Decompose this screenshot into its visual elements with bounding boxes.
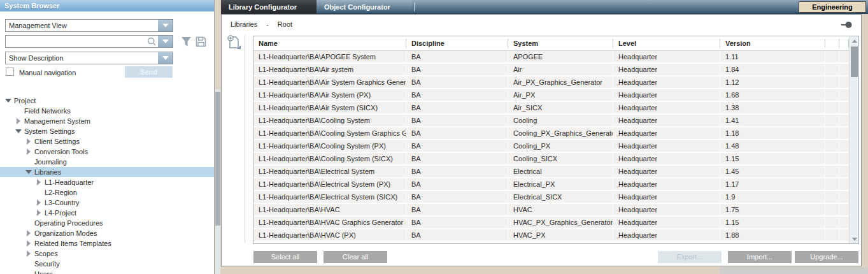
cell-extra2 [839,64,849,75]
search-box[interactable] [5,35,173,48]
expand-icon[interactable] [25,230,32,236]
tab-object-configurator[interactable]: Object Configurator [317,0,412,14]
expand-icon[interactable] [25,138,32,145]
table-row[interactable]: L1-Headquarter\BA\Air System (PX)BAAir_P… [253,89,849,102]
tree-item-field-networks[interactable]: Field Networks [0,106,214,116]
table-row[interactable]: L1-Headquarter\BA\Electrical SystemBAEle… [253,166,849,178]
table-row[interactable]: L1-Headquarter\BA\Electrical System (SIC… [253,191,849,204]
cell-extra2 [839,76,849,88]
chevron-down-icon[interactable] [158,36,173,47]
tree-scrollbar-thumb[interactable] [215,92,220,226]
table-row[interactable]: L1-Headquarter\BA\APOGEE SystemBAAPOGEEH… [253,51,849,64]
filter-icon[interactable] [181,36,192,47]
cell-discipline: BA [406,153,508,164]
table-row[interactable]: L1-Headquarter\BA\HVAC Graphics Generato… [253,217,849,229]
engineering-button[interactable]: Engineering [799,1,866,13]
tree-item-l2-region[interactable]: L2-Region [0,187,214,198]
tree-item-label: Libraries [34,168,61,176]
tree-item-l1-headquarter[interactable]: L1-Headquarter [0,177,214,187]
tree-scrollbar[interactable] [215,89,220,274]
tree-item-conversion-tools[interactable]: Conversion Tools [0,147,214,157]
tab-library-configurator[interactable]: Library Configurator [221,0,317,14]
tree-item-label: Operating Procedures [34,219,103,227]
search-icon[interactable] [146,36,157,47]
table-row[interactable]: L1-Headquarter\BA\HVAC (PX)BAHVAC_PXHead… [253,229,849,242]
table-scrollbar[interactable] [849,36,858,243]
table-row[interactable]: L1-Headquarter\BA\Cooling System (SICX)B… [253,153,849,166]
table-row[interactable]: L1-Headquarter\BA\Air systemBAAirHeadqua… [253,64,849,76]
cell-extra [825,153,839,164]
clear-all-button[interactable]: Clear all [324,251,387,263]
tree-item-users[interactable]: Users [0,269,214,274]
scroll-down-icon[interactable] [850,234,859,243]
import-button[interactable]: Import... [728,251,792,263]
scroll-up-icon[interactable] [850,36,859,45]
manual-navigation-checkbox[interactable] [6,68,14,76]
tree-item-related-items-templates[interactable]: Related Items Templates [0,238,214,249]
table-row[interactable]: L1-Headquarter\BA\Cooling SystemBACoolin… [253,115,849,127]
column-header-level[interactable]: Level [613,36,720,50]
upgrade-button[interactable]: Upgrade... [795,251,858,263]
tree-item-operating-procedures[interactable]: Operating Procedures [0,218,214,228]
cell-level: Headquarter [613,140,720,152]
table-row[interactable]: L1-Headquarter\BA\Electrical System (PX)… [253,178,849,191]
view-selector[interactable]: Management View [5,19,173,32]
column-header-version[interactable]: Version [720,36,825,50]
collapse-icon[interactable] [25,169,32,175]
tree-item-l4-project[interactable]: L4-Project [0,208,214,218]
cell-discipline: BA [406,76,508,88]
tree-item-label: Scopes [34,250,58,257]
tree-item-l3-country[interactable]: L3-Country [0,198,214,208]
export-button[interactable]: Export... [658,251,722,263]
expand-icon[interactable] [36,179,42,185]
cell-name: L1-Headquarter\BA\Electrical System (SIC… [253,191,406,203]
tree-item-label: System Settings [24,127,75,135]
expand-icon[interactable] [25,148,32,155]
tree-item-scopes[interactable]: Scopes [0,249,214,259]
cell-extra [825,51,839,62]
table-row[interactable]: L1-Headquarter\BA\Air System Graphics Ge… [253,76,849,89]
table-row[interactable]: L1-Headquarter\BA\Cooling System Graphic… [253,127,849,140]
collapse-icon[interactable] [15,128,22,134]
pin-icon[interactable] [841,21,852,29]
tree-item-libraries[interactable]: Libraries [0,167,214,177]
search-input[interactable] [6,36,146,47]
column-header-name[interactable]: Name [253,36,406,50]
tree-item-journaling[interactable]: Journaling [0,157,214,167]
new-library-icon[interactable] [227,35,242,50]
tree-item-security[interactable]: Security [0,259,214,269]
expander-spacer [25,271,32,274]
table-scrollbar-thumb[interactable] [851,47,858,77]
expand-icon[interactable] [25,250,32,257]
expander-spacer [25,220,32,226]
cell-level: Headquarter [613,153,720,164]
expand-icon[interactable] [36,210,42,216]
tree-item-system-settings[interactable]: System Settings [0,126,214,136]
cell-extra2 [839,191,849,203]
column-header-system[interactable]: System [508,36,613,50]
send-button[interactable]: Send [125,66,173,78]
cell-level: Headquarter [613,229,720,241]
cell-extra [825,140,839,152]
tree-item-project[interactable]: Project [0,96,214,106]
tab-bar: Library Configurator Object Configurator… [221,0,868,14]
expand-icon[interactable] [25,240,32,247]
table-row[interactable]: L1-Headquarter\BA\Air System (SICX)BAAir… [253,102,849,115]
chevron-down-icon[interactable] [158,20,173,31]
select-all-button[interactable]: Select all [253,251,317,263]
expand-icon[interactable] [15,118,22,124]
column-header-discipline[interactable]: Discipline [406,36,508,50]
save-icon[interactable] [196,36,206,47]
tree-item-client-settings[interactable]: Client Settings [0,136,214,147]
collapse-icon[interactable] [5,97,11,104]
tree-item-management-system[interactable]: Management System [0,116,214,126]
table-row[interactable]: L1-Headquarter\BA\Cooling System (PX)BAC… [253,140,849,153]
tab-divider [414,3,415,11]
table-row[interactable]: L1-Headquarter\BA\HVACBAHVACHeadquarter1… [253,204,849,217]
chevron-down-icon[interactable] [158,52,173,64]
breadcrumb-item[interactable]: Root [278,20,292,28]
tree-item-organization-modes[interactable]: Organization Modes [0,228,214,238]
expand-icon[interactable] [36,199,42,206]
breadcrumb-section[interactable]: Libraries [231,20,257,28]
description-selector[interactable]: Show Description [5,52,173,64]
